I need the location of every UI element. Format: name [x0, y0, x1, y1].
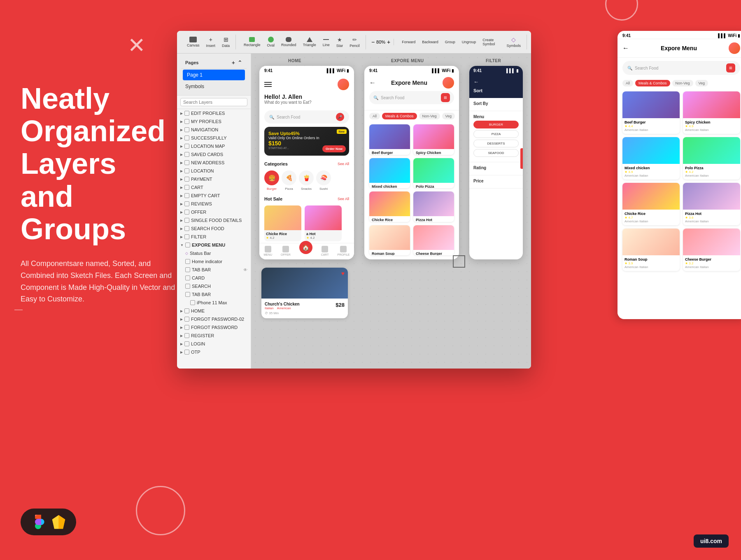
layer-otp[interactable]: ▶ OTP: [177, 348, 251, 356]
filter-tab-all[interactable]: All: [369, 113, 380, 119]
layer-empty-cart[interactable]: ▶ EMPTY CART: [177, 191, 251, 200]
food-item-polo-pizza[interactable]: Polo Pizza ★ 4.2 $59 American Italian: [413, 158, 454, 189]
symbols-btn[interactable]: ◇ Symbols: [504, 35, 523, 49]
right-panel-food-5[interactable]: Chicke Rice ★ 4.7 American Italian: [622, 183, 680, 225]
food-item-cheese-burger[interactable]: Cheese Burger ★ 3.2 $45 American Italian: [413, 225, 454, 256]
zoom-out-btn[interactable]: −: [371, 39, 375, 45]
rectangle-btn[interactable]: Rectangle: [241, 35, 263, 49]
rounded-btn[interactable]: Rounded: [279, 35, 299, 49]
forward-btn[interactable]: Forward: [399, 38, 418, 46]
right-panel-food-6[interactable]: Pizza Hot ★ 3.6 American Italian: [683, 183, 740, 225]
layer-login[interactable]: ▶ LOGIN: [177, 340, 251, 348]
layer-new-address[interactable]: ▶ NEW ADDRESS: [177, 159, 251, 167]
layer-home-indicator[interactable]: Home indicator: [177, 257, 251, 266]
canvas-btn[interactable]: Canvas: [184, 35, 202, 49]
layer-expore-menu[interactable]: ▼ EXPORE MENU: [177, 241, 251, 249]
layer-search[interactable]: SEARCH: [177, 282, 251, 290]
right-panel-food-8[interactable]: Cheese Burger ★ 3.2 American Italian: [683, 229, 740, 271]
filter-tab-nonveg[interactable]: Non-Veg: [419, 113, 440, 119]
category-pizza[interactable]: 🍕 Pizza: [282, 170, 296, 191]
triangle-btn[interactable]: Triangle: [301, 35, 319, 49]
layer-filter[interactable]: ▶ FILTER: [177, 233, 251, 241]
filter-option-burger[interactable]: BURGER: [473, 121, 519, 128]
layer-tab-bar-1[interactable]: TAB BAR 👁: [177, 266, 251, 274]
back-button[interactable]: ←: [369, 79, 376, 86]
filter-button[interactable]: ⊞: [441, 93, 450, 102]
search-layers-input[interactable]: [180, 98, 247, 106]
layer-reviews[interactable]: ▶ REVIEWS: [177, 200, 251, 208]
food-item-spicy-chicken[interactable]: Spicy Chicken ★ 4.9 $49 American Italian: [413, 124, 454, 155]
layer-offer[interactable]: ▶ OFFER: [177, 208, 251, 216]
mic-button[interactable]: 🎤: [336, 113, 344, 121]
order-now-button[interactable]: Order Now: [322, 145, 346, 152]
ungroup-btn[interactable]: Ungroup: [459, 38, 479, 46]
food-item-chicke-rice[interactable]: Chicke Rice ★ 4.7 $18 American Italian: [369, 191, 410, 222]
food-item-roman-soup[interactable]: Roman Soup ★ 3.9 $34 American Italian: [369, 225, 410, 256]
page1-item[interactable]: Page 1: [183, 70, 245, 80]
filter-option-pizza[interactable]: PIZZA: [473, 130, 519, 138]
food-item-beef-burger[interactable]: Beef Burger ★ 4.4 $26 American Italian: [369, 124, 410, 155]
star-btn[interactable]: ★ Star: [334, 35, 346, 49]
layer-cart[interactable]: ▶ CART: [177, 183, 251, 191]
insert-btn[interactable]: + Insert: [204, 35, 218, 49]
tab-menu[interactable]: MENU: [263, 246, 272, 256]
layer-location-map[interactable]: ▶ LOCATION MAP: [177, 142, 251, 150]
pencil-btn[interactable]: ✏ Pencil: [347, 35, 362, 49]
group-btn[interactable]: Group: [443, 38, 458, 46]
filter-tab-meals[interactable]: Meals & Combos: [382, 113, 417, 119]
layer-successfully[interactable]: ▶ SUCCESSFULLY: [177, 134, 251, 142]
hot-sale-item-1[interactable]: Chicke Rice ★ 4.2: [264, 205, 301, 241]
layer-status-bar[interactable]: ◇ Status Bar: [177, 249, 251, 257]
layer-forgot-password[interactable]: ▶ FORGOT PASSWORD: [177, 323, 251, 331]
layer-payment[interactable]: ▶ PAYMENT: [177, 175, 251, 183]
layer-edit-profiles[interactable]: ▶ EDIT PROFILES: [177, 109, 251, 117]
oval-btn[interactable]: Oval: [265, 35, 277, 49]
layer-tab-bar-2[interactable]: TAB BAR: [177, 290, 251, 299]
data-btn[interactable]: ⊞ Data: [219, 35, 232, 49]
line-btn[interactable]: Line: [320, 35, 332, 49]
filter-option-seafood[interactable]: SEAFOOD: [473, 149, 519, 157]
tab-offer[interactable]: OFFER: [281, 246, 291, 256]
layer-card[interactable]: CARD: [177, 274, 251, 282]
layer-search-food[interactable]: ▶ SEARCH FOOD: [177, 224, 251, 233]
backward-btn[interactable]: Backward: [419, 38, 441, 46]
restaurant-details: Church's Chicken Italian American ⏱ 35 M…: [265, 302, 300, 315]
food-item-pizza-hot[interactable]: Pizza Hot ★ 3.6 $26 American Italian: [413, 191, 454, 222]
filter-option-desserts[interactable]: DESSERTS: [473, 140, 519, 147]
layer-iphone-11-max[interactable]: iPhone 11 Max: [177, 299, 251, 307]
right-panel-food-2[interactable]: Spicy Chicken ★ 4.9 American Italian: [683, 91, 740, 134]
page-options-btn[interactable]: ⌃: [238, 59, 242, 66]
layer-saved-cards[interactable]: ▶ SAVED CARDS: [177, 150, 251, 159]
filter-tab-veg[interactable]: Veg: [442, 113, 455, 119]
symbols-page-item[interactable]: Symbols: [181, 81, 247, 92]
layer-home[interactable]: ▶ HOME: [177, 307, 251, 315]
layer-my-profiles[interactable]: ▶ MY PROFILES: [177, 117, 251, 126]
layer-forgot-password-02[interactable]: ▶ FORGOT PASSWORD-02: [177, 315, 251, 323]
right-panel-search[interactable]: 🔍 Search Food ⊞: [622, 61, 740, 75]
add-page-btn[interactable]: +: [232, 59, 235, 66]
right-panel-food-3[interactable]: Mixed chicken ★ 3.9 American Italian: [622, 137, 680, 180]
tab-profile[interactable]: PROFILE: [338, 246, 350, 256]
layer-single-food-details[interactable]: ▶ SINGLE FOOD DETAILS: [177, 216, 251, 224]
user-avatar[interactable]: [338, 79, 349, 90]
category-sushi[interactable]: 🍣 Sushi: [316, 170, 331, 191]
tab-home[interactable]: 🏠: [299, 246, 312, 256]
hamburger-icon[interactable]: [264, 82, 272, 87]
explore-search-bar[interactable]: 🔍 Search Food ⊞: [369, 91, 454, 104]
layer-register[interactable]: ▶ REGISTER: [177, 331, 251, 340]
layer-navigation[interactable]: ▶ NAVIGATION: [177, 126, 251, 134]
create-symbol-btn[interactable]: Create Symbol: [480, 36, 502, 48]
food-item-mixed-chicken[interactable]: Mixed chicken ★ 3.9 $19 American Italian: [369, 158, 410, 189]
hot-sale-see-all[interactable]: See All: [338, 197, 349, 201]
layer-location[interactable]: ▶ LOCATION: [177, 167, 251, 175]
home-search-bar[interactable]: 🔍 Search Food 🎤: [264, 110, 349, 124]
right-panel-food-7[interactable]: Roman Soup ★ 3.9 American Italian: [622, 229, 680, 271]
categories-see-all[interactable]: See All: [338, 162, 349, 166]
right-panel-food-4[interactable]: Polo Pizza ★ 4.2 American Italian: [683, 137, 740, 180]
right-panel-food-1[interactable]: Beef Burger ★ 4.4 American Italian: [622, 91, 680, 134]
category-burger[interactable]: 🍔 Burger: [264, 170, 279, 191]
zoom-in-btn[interactable]: +: [387, 39, 390, 45]
category-snacks[interactable]: 🍟 Snacks: [299, 170, 314, 191]
hot-sale-item-2[interactable]: a Hot ★ 4.2: [305, 205, 342, 241]
tab-cart[interactable]: CART: [321, 246, 329, 256]
